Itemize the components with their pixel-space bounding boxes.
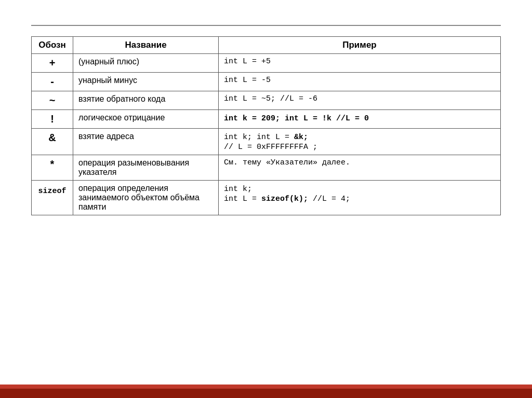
example-cell: int k = 209; int L = !k //L = 0 (219, 110, 501, 129)
name-cell: взятие обратного кода (73, 91, 219, 110)
name-cell: взятие адреса (73, 129, 219, 155)
slide: Обозн Название Пример +(унарный плюс)int… (0, 0, 532, 398)
name-cell: операция разыменовывания указателя (73, 155, 219, 181)
operator-cell: & (32, 129, 73, 155)
table-header-row: Обозн Название Пример (32, 37, 501, 54)
table-row: sizeofоперация определения занимаемого о… (32, 181, 501, 215)
operator-cell: - (32, 73, 73, 91)
operator-cell: * (32, 155, 73, 181)
content: Обозн Название Пример +(унарный плюс)int… (0, 0, 532, 398)
table-row: !логическое отрицаниеint k = 209; int L … (32, 110, 501, 129)
example-cell: int k; int L = &k;// L = 0xFFFFFFFFA ; (219, 129, 501, 155)
header-obozn: Обозн (32, 37, 73, 54)
table-row: -унарный минусint L = -5 (32, 73, 501, 91)
example-cell: int L = -5 (219, 73, 501, 91)
name-cell: унарный минус (73, 73, 219, 91)
name-cell: логическое отрицание (73, 110, 219, 129)
operator-cell: ! (32, 110, 73, 129)
name-cell: операция определения занимаемого объекто… (73, 181, 219, 215)
table-row: ~взятие обратного кодаint L = ~5; //L = … (32, 91, 501, 110)
header-name: Название (73, 37, 219, 54)
bottom-accent-bar (0, 385, 532, 389)
operator-cell: + (32, 54, 73, 73)
operator-cell: sizeof (32, 181, 73, 215)
title-underline (31, 25, 501, 26)
operator-cell: ~ (32, 91, 73, 110)
table-row: &взятие адресаint k; int L = &k;// L = 0… (32, 129, 501, 155)
table-row: *операция разыменовывания указателяСм. т… (32, 155, 501, 181)
header-example: Пример (219, 37, 501, 54)
example-cell: См. тему «Указатели» далее. (219, 155, 501, 181)
bottom-bar (0, 389, 532, 398)
example-cell: int L = +5 (219, 54, 501, 73)
operations-table: Обозн Название Пример +(унарный плюс)int… (31, 36, 501, 215)
name-cell: (унарный плюс) (73, 54, 219, 73)
example-cell: int L = ~5; //L = -6 (219, 91, 501, 110)
table-row: +(унарный плюс)int L = +5 (32, 54, 501, 73)
example-cell: int k;int L = sizeof(k); //L = 4; (219, 181, 501, 215)
